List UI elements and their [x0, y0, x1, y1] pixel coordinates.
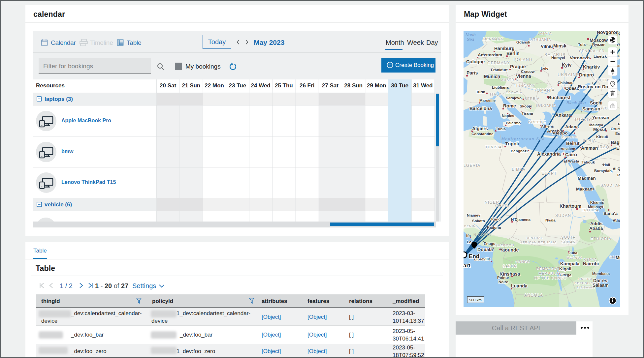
svg-text:Enugu: Enugu — [484, 242, 496, 246]
svg-text:Sea: Sea — [467, 37, 474, 42]
svg-text:K: K — [617, 31, 620, 37]
svg-text:Kharkiv: Kharkiv — [583, 64, 600, 70]
svg-text:Mosul: Mosul — [593, 127, 606, 132]
svg-text:SAUDI ARA: SAUDI ARA — [600, 183, 620, 187]
svg-text:Ljubljana: Ljubljana — [492, 85, 509, 89]
svg-text:CROATIA: CROATIA — [506, 90, 522, 94]
svg-text:Hamburg: Hamburg — [494, 46, 514, 51]
svg-text:Noire: Noire — [499, 280, 508, 284]
svg-text:ROMANIA: ROMANIA — [533, 88, 555, 93]
svg-text:Amman: Amman — [581, 145, 598, 151]
svg-text:Bucharest: Bucharest — [548, 95, 571, 100]
svg-text:Tripoli: Tripoli — [505, 141, 519, 146]
svg-text:Ankara: Ankara — [555, 112, 571, 118]
svg-text:Kaduna: Kaduna — [487, 225, 501, 229]
svg-text:NIGERIA: NIGERIA — [473, 233, 491, 237]
svg-text:SOUTH: SOUTH — [561, 235, 576, 239]
svg-text:GREECE: GREECE — [528, 120, 546, 124]
svg-text:Ababa: Ababa — [589, 226, 603, 231]
svg-text:N'Djamena: N'Djamena — [511, 218, 531, 222]
svg-text:Athens: Athens — [541, 124, 554, 128]
svg-text:Cracow: Cracow — [521, 70, 535, 74]
svg-text:North: North — [466, 33, 476, 37]
svg-text:Samsun: Samsun — [582, 106, 600, 111]
svg-text:Prague: Prague — [510, 64, 526, 69]
svg-text:Orum: Orum — [611, 127, 620, 131]
svg-text:Kigali: Kigali — [559, 266, 571, 271]
svg-text:IRAQ: IRAQ — [598, 145, 609, 149]
svg-text:Gdansk: Gdansk — [516, 40, 531, 44]
svg-text:Madinah: Madinah — [578, 176, 596, 181]
svg-text:LITHUANIA: LITHUANIA — [530, 38, 551, 42]
svg-text:GERMANY: GERMANY — [487, 61, 510, 65]
svg-text:R: R — [617, 173, 620, 177]
svg-text:Lviv: Lviv — [541, 67, 549, 71]
svg-text:Barcelona: Barcelona — [469, 106, 492, 111]
svg-text:Black Sea: Black Sea — [566, 100, 586, 105]
svg-text:Alexandria: Alexandria — [537, 151, 561, 157]
svg-text:Palermo: Palermo — [506, 121, 521, 125]
svg-text:Berlin: Berlin — [506, 51, 520, 56]
svg-text:Douala: Douala — [477, 247, 493, 252]
svg-text:Sochi: Sochi — [590, 100, 602, 105]
svg-text:Lipetsk: Lipetsk — [594, 54, 607, 58]
svg-text:Minsk: Minsk — [553, 43, 566, 48]
svg-text:TUNISIA: TUNISIA — [485, 145, 502, 149]
svg-text:Makkah: Makkah — [576, 187, 593, 192]
svg-text:Moshayt: Moshayt — [588, 205, 603, 209]
svg-text:SUDAN: SUDAN — [555, 213, 571, 218]
svg-text:Paris: Paris — [467, 70, 478, 75]
svg-text:Novgorod: Novgorod — [597, 31, 619, 35]
svg-text:TANZANIA: TANZANIA — [576, 285, 595, 289]
svg-text:Rostov-on-Dor: Rostov-on-Dor — [578, 84, 610, 89]
svg-text:Tula: Tula — [578, 43, 586, 46]
svg-text:Niamey: Niamey — [467, 213, 481, 217]
svg-text:Ifo: Ifo — [466, 234, 471, 238]
svg-text:Moscow: Moscow — [590, 38, 608, 43]
svg-text:Lo: Lo — [467, 240, 471, 244]
svg-text:art: art — [464, 262, 470, 269]
svg-text:BULGARIA: BULGARIA — [535, 104, 556, 107]
svg-text:Constantine: Constantine — [471, 132, 493, 136]
svg-text:REPUBLIC: REPUBLIC — [539, 271, 560, 275]
svg-text:Khamis: Khamis — [590, 200, 604, 204]
svg-text:UNITED: UNITED — [578, 277, 593, 281]
svg-text:AFRICAN REPUBLIC: AFRICAN REPUBLIC — [520, 240, 557, 244]
svg-text:ERITREA: ERITREA — [582, 208, 599, 212]
svg-text:Tabouk: Tabouk — [582, 160, 595, 164]
svg-text:Kampala: Kampala — [560, 261, 580, 266]
svg-text:Pointe: Pointe — [497, 276, 509, 280]
svg-text:Ecb: Ecb — [615, 132, 620, 135]
svg-text:CHAD: CHAD — [495, 203, 508, 208]
svg-text:Khartoum: Khartoum — [560, 203, 581, 209]
svg-text:EGYPT: EGYPT — [541, 171, 557, 176]
svg-text:ITALY: ITALY — [490, 92, 501, 96]
svg-text:Mombasa: Mombasa — [592, 272, 610, 276]
svg-text:BENIN: BENIN — [464, 224, 476, 228]
svg-text:ar: ar — [617, 64, 620, 68]
svg-text:Aleppo: Aleppo — [553, 131, 568, 135]
svg-text:Cologne: Cologne — [466, 59, 485, 64]
svg-text:Turin: Turin — [476, 90, 485, 94]
svg-text:Yaounde: Yaounde — [499, 247, 519, 253]
svg-text:Ta: Ta — [617, 122, 620, 126]
svg-text:CENTRAL FD: CENTRAL FD — [579, 49, 605, 53]
svg-text:Kano: Kano — [491, 217, 501, 221]
svg-text:UGANDA: UGANDA — [567, 256, 583, 259]
svg-text:Munich: Munich — [484, 74, 500, 79]
svg-text:Tirana: Tirana — [522, 111, 533, 115]
svg-text:CYPRUS: CYPRUS — [562, 135, 578, 139]
svg-text:Dnipro: Dnipro — [579, 72, 594, 77]
svg-text:Rome: Rome — [503, 103, 516, 108]
svg-text:Adana: Adana — [565, 124, 579, 129]
svg-text:erusalem: erusalem — [559, 147, 575, 151]
svg-text:LATVIA: LATVIA — [538, 31, 552, 35]
svg-text:Voronezh: Voronezh — [570, 55, 590, 60]
svg-text:Nyala: Nyala — [545, 218, 556, 222]
svg-text:Mog: Mog — [616, 255, 620, 260]
svg-text:Ryazan: Ryazan — [592, 43, 605, 46]
svg-text:Adan: Adan — [613, 219, 620, 223]
svg-text:500 km: 500 km — [469, 298, 482, 302]
svg-text:Mediterranean Sea: Mediterranean Sea — [501, 137, 545, 141]
svg-text:LGERIA: LGERIA — [464, 163, 480, 168]
